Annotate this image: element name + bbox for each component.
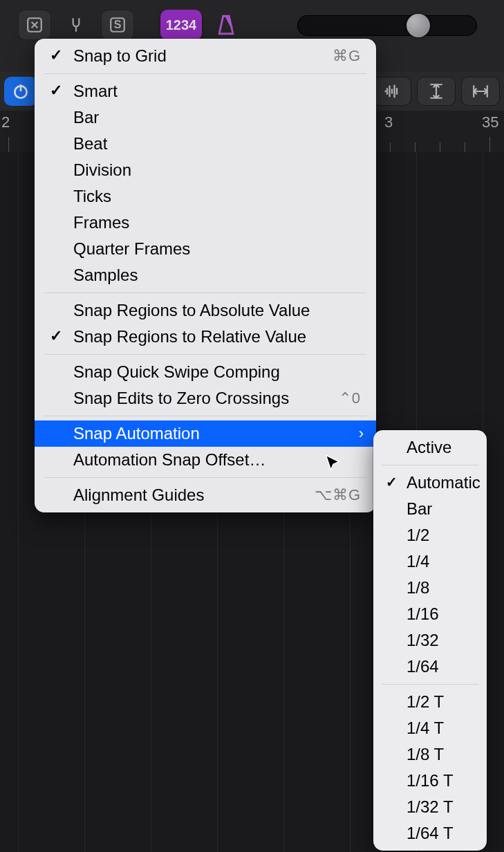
menu-item-snap-automation[interactable]: Snap Automation › bbox=[35, 420, 376, 447]
power-button[interactable] bbox=[4, 77, 37, 106]
submenu-item-sixteenth[interactable]: 1/16 bbox=[373, 601, 487, 627]
menu-item-snap-to-grid[interactable]: ✓ Snap to Grid ⌘G bbox=[35, 43, 376, 69]
menu-item-label: Quarter Frames bbox=[73, 239, 190, 259]
menu-item-division[interactable]: Division bbox=[35, 157, 376, 183]
menu-shortcut: ⌥⌘G bbox=[315, 486, 361, 504]
submenu-item-label: Automatic bbox=[407, 473, 480, 492]
submenu-item-thirtysecond-t[interactable]: 1/32 T bbox=[373, 794, 487, 820]
count-in-badge[interactable]: 1234 bbox=[160, 10, 202, 40]
menu-item-label: Alignment Guides bbox=[73, 485, 204, 505]
check-icon: ✓ bbox=[50, 82, 62, 100]
ruler-number: 35 bbox=[482, 113, 498, 131]
vertical-fit-button[interactable] bbox=[417, 77, 456, 106]
menu-item-snap-absolute[interactable]: Snap Regions to Absolute Value bbox=[35, 297, 376, 324]
submenu-item-label: 1/32 bbox=[407, 631, 439, 650]
submenu-item-label: 1/4 T bbox=[407, 719, 444, 738]
menu-item-alignment-guides[interactable]: Alignment Guides ⌥⌘G bbox=[35, 482, 376, 508]
menu-item-samples[interactable]: Samples bbox=[35, 262, 376, 288]
check-icon: ✓ bbox=[50, 327, 62, 345]
submenu-item-label: 1/2 T bbox=[407, 692, 444, 712]
menu-separator bbox=[44, 477, 366, 478]
submenu-item-active[interactable]: Active bbox=[373, 434, 487, 461]
menu-item-frames[interactable]: Frames bbox=[35, 210, 376, 236]
zoom-slider[interactable] bbox=[297, 15, 477, 36]
submenu-item-eighth[interactable]: 1/8 bbox=[373, 575, 487, 601]
menu-item-label: Snap Regions to Relative Value bbox=[73, 327, 306, 346]
menu-item-bar[interactable]: Bar bbox=[35, 104, 376, 131]
menu-item-label: Beat bbox=[73, 134, 107, 154]
menu-item-label: Bar bbox=[73, 108, 99, 127]
submenu-item-label: 1/64 bbox=[407, 657, 439, 676]
submenu-item-automatic[interactable]: ✓ Automatic bbox=[373, 470, 487, 496]
badge-label: 1234 bbox=[166, 17, 197, 33]
submenu-item-label: 1/8 T bbox=[407, 745, 444, 764]
check-icon: ✓ bbox=[50, 46, 62, 64]
menu-separator bbox=[382, 684, 478, 685]
submenu-item-thirtysecond[interactable]: 1/32 bbox=[373, 627, 487, 654]
menu-separator bbox=[44, 354, 366, 355]
submenu-item-label: 1/16 bbox=[407, 604, 439, 624]
close-box-button[interactable] bbox=[18, 10, 51, 40]
submenu-item-label: 1/64 T bbox=[407, 824, 454, 843]
menu-item-label: Automation Snap Offset… bbox=[73, 450, 265, 470]
submenu-item-half[interactable]: 1/2 bbox=[373, 522, 487, 548]
submenu-item-label: Active bbox=[407, 438, 451, 457]
menu-item-label: Ticks bbox=[73, 187, 111, 206]
menu-item-automation-offset[interactable]: Automation Snap Offset… bbox=[35, 447, 376, 473]
submenu-item-half-t[interactable]: 1/2 T bbox=[373, 689, 487, 715]
menu-item-zero-crossings[interactable]: Snap Edits to Zero Crossings ⌃0 bbox=[35, 385, 376, 411]
submenu-item-sixtyfourth-t[interactable]: 1/64 T bbox=[373, 820, 487, 846]
snap-automation-submenu: Active ✓ Automatic Bar 1/2 1/4 1/8 1/16 … bbox=[373, 430, 487, 851]
menu-item-label: Division bbox=[73, 160, 131, 180]
menu-item-label: Snap Edits to Zero Crossings bbox=[73, 389, 289, 408]
submenu-item-label: 1/2 bbox=[407, 526, 429, 545]
menu-shortcut: ⌃0 bbox=[339, 389, 361, 407]
menu-separator bbox=[44, 293, 366, 293]
ruler-number: 2 bbox=[1, 113, 10, 131]
submenu-item-sixteenth-t[interactable]: 1/16 T bbox=[373, 768, 487, 794]
submenu-item-eighth-t[interactable]: 1/8 T bbox=[373, 741, 487, 768]
tuning-fork-icon[interactable] bbox=[59, 10, 93, 40]
submenu-item-sixtyfourth[interactable]: 1/64 bbox=[373, 654, 487, 680]
menu-separator bbox=[382, 465, 478, 465]
menu-separator bbox=[44, 73, 366, 74]
menu-item-label: Snap to Grid bbox=[73, 46, 167, 66]
check-icon: ✓ bbox=[386, 474, 398, 490]
menu-item-quarter-frames[interactable]: Quarter Frames bbox=[35, 236, 376, 262]
menu-item-label: Samples bbox=[73, 266, 138, 285]
submenu-item-label: 1/8 bbox=[407, 578, 429, 598]
menu-item-label: Snap Regions to Absolute Value bbox=[73, 301, 310, 320]
zoom-slider-thumb[interactable] bbox=[407, 14, 430, 37]
ruler-number: 3 bbox=[384, 113, 393, 131]
menu-item-beat[interactable]: Beat bbox=[35, 131, 376, 157]
submenu-item-quarter-t[interactable]: 1/4 T bbox=[373, 715, 487, 741]
menu-shortcut: ⌘G bbox=[333, 47, 361, 65]
menu-item-quick-swipe[interactable]: Snap Quick Swipe Comping bbox=[35, 359, 376, 385]
menu-item-label: Snap Quick Swipe Comping bbox=[73, 362, 280, 382]
submenu-item-label: Bar bbox=[407, 499, 432, 519]
submenu-item-label: 1/32 T bbox=[407, 797, 454, 817]
menu-item-smart[interactable]: ✓ Smart bbox=[35, 78, 376, 104]
menu-item-snap-relative[interactable]: ✓ Snap Regions to Relative Value bbox=[35, 324, 376, 350]
waveform-button[interactable] bbox=[373, 77, 411, 106]
menu-item-label: Frames bbox=[73, 213, 129, 232]
submenu-item-bar[interactable]: Bar bbox=[373, 496, 487, 522]
menu-item-label: Snap Automation bbox=[73, 424, 200, 443]
snap-menu: ✓ Snap to Grid ⌘G ✓ Smart Bar Beat Divis… bbox=[35, 39, 376, 512]
s-box-button[interactable]: S bbox=[101, 10, 134, 40]
metronome-icon[interactable] bbox=[209, 10, 243, 40]
menu-item-label: Smart bbox=[73, 82, 118, 101]
menu-separator bbox=[44, 416, 366, 416]
submenu-item-quarter[interactable]: 1/4 bbox=[373, 548, 487, 575]
menu-item-ticks[interactable]: Ticks bbox=[35, 183, 376, 210]
horizontal-fit-button[interactable] bbox=[461, 77, 500, 106]
submenu-item-label: 1/4 bbox=[407, 552, 429, 571]
chevron-right-icon: › bbox=[359, 425, 364, 443]
submenu-item-label: 1/16 T bbox=[407, 771, 454, 790]
